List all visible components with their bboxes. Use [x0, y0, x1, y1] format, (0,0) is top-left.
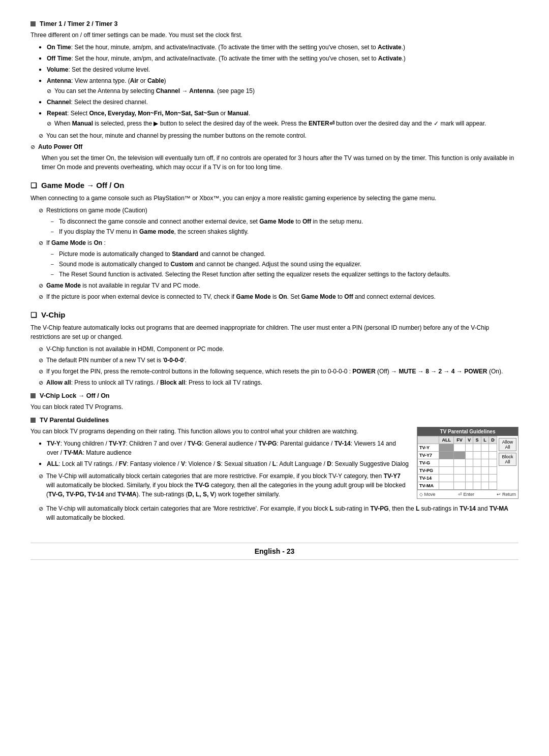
game-on-dash-2: Sound mode is automatically changed to C…: [51, 260, 518, 269]
timer-heading: Timer 1 / Timer 2 / Timer 3: [30, 20, 518, 27]
tvma-s: [473, 482, 481, 490]
tv-table-with-buttons: ALL FV V S L D TV-Y: [417, 436, 518, 490]
tv14-label: TV-14: [418, 475, 439, 482]
note-icon-4: ⊘: [30, 143, 35, 151]
note-icon-13: ⊘: [39, 472, 43, 481]
off-time-bullet: Off Time: Set the hour, minute, am/pm, a…: [39, 54, 518, 63]
tvpg-s: [473, 467, 481, 475]
channel-bullet: Channel: Select the desired channel.: [39, 98, 518, 107]
auto-power-note: ⊘ Auto Power Off: [30, 142, 518, 151]
auto-power-text: When you set the timer On, the televisio…: [30, 153, 518, 172]
note-icon-3: ⊘: [39, 132, 43, 140]
number-note: ⊘ You can set the hour, minute and chann…: [30, 131, 518, 140]
tvy-all: [439, 444, 454, 452]
tvy-fv: [454, 444, 465, 452]
game-on-note: ⊘ If Game Mode is On :: [30, 238, 518, 247]
tv-ratings-bullet: TV-Y: Young children / TV-Y7: Children 7…: [39, 439, 409, 457]
tvy7-label: TV-Y7: [418, 452, 439, 459]
page-footer: English - 23: [30, 543, 518, 560]
page-content: Timer 1 / Timer 2 / Timer 3 Three differ…: [30, 20, 518, 560]
picture-note: ⊘ If the picture is poor when external d…: [30, 292, 518, 301]
tv14-d: [489, 475, 497, 482]
table-row: TV-Y: [418, 444, 497, 452]
tvy-l: [481, 444, 489, 452]
tvma-all: [439, 482, 454, 490]
col-l: L: [481, 436, 489, 444]
tvma-v: [465, 482, 473, 490]
caution-dash-1: To disconnect the game console and conne…: [51, 217, 518, 226]
footer-return: ↩ Return: [497, 492, 516, 497]
allow-all-button[interactable]: Allow All: [499, 438, 516, 451]
note-icon-8: ⊘: [39, 293, 43, 301]
tvg-v: [465, 459, 473, 467]
tvpg-label: TV-PG: [418, 467, 439, 475]
game-on-dash-1: Picture mode is automatically changed to…: [51, 249, 518, 259]
allow-block-buttons: Allow All Block All: [497, 436, 518, 490]
vchip-note-3: ⊘ If you forget the PIN, press the remot…: [30, 367, 518, 376]
tvy-v: [465, 444, 473, 452]
tv-parental-heading: TV Parental Guidelines: [30, 417, 518, 424]
tv-parental-bullets: TV-Y: Young children / TV-Y7: Children 7…: [30, 439, 409, 468]
vchip-section: V-Chip The V-Chip feature automatically …: [30, 310, 518, 522]
vchip-intro: The V-Chip feature automatically locks o…: [30, 323, 518, 341]
col-empty: [418, 436, 439, 444]
col-s: S: [473, 436, 481, 444]
tvma-fv: [454, 482, 465, 490]
tvma-l: [481, 482, 489, 490]
note-icon-7: ⊘: [39, 281, 43, 290]
tvy7-fv: [454, 452, 465, 459]
vchip-lock-text: You can block rated TV Programs.: [30, 402, 518, 412]
tvma-label: TV-MA: [418, 482, 439, 490]
tvg-l: [481, 459, 489, 467]
tv14-fv: [454, 475, 465, 482]
tv-parental-text-col: You can block TV programs depending on t…: [30, 427, 409, 501]
note-icon-6: ⊘: [39, 239, 43, 247]
table-row: TV-G: [418, 459, 497, 467]
note-icon-14: ⊘: [39, 505, 43, 513]
tv-parental-intro: You can block TV programs depending on t…: [30, 427, 409, 436]
repeat-bullet: Repeat: Select Once, Everyday, Mon~Fri, …: [39, 109, 518, 128]
caution-dash-2: If you display the TV menu in Game mode,…: [51, 227, 518, 236]
footer-more: ◇ Move: [419, 492, 436, 497]
col-v: V: [465, 436, 473, 444]
table-row: TV-PG: [418, 467, 497, 475]
tvpg-all: [439, 467, 454, 475]
vchip-note-4: ⊘ Allow all: Press to unlock all TV rati…: [30, 378, 518, 387]
timer-bullets: On Time: Set the hour, minute, am/pm, an…: [30, 43, 518, 128]
game-on-dash-3: The Reset Sound function is activated. S…: [51, 270, 518, 279]
tvg-all: [439, 459, 454, 467]
tvg-fv: [454, 459, 465, 467]
not-available-note: ⊘ Game Mode is not available in regular …: [30, 281, 518, 290]
note-icon-12: ⊘: [39, 379, 43, 387]
note-icon-9: ⊘: [39, 345, 43, 354]
tvg-d: [489, 459, 497, 467]
col-d: D: [489, 436, 497, 444]
vchip-lock-heading: V-Chip Lock → Off / On: [30, 392, 518, 399]
game-mode-heading: Game Mode → Off / On: [30, 181, 518, 190]
tvpg-d: [489, 467, 497, 475]
note-icon: ⊘: [47, 87, 51, 96]
tvy7-d: [489, 452, 497, 459]
tv14-all: [439, 475, 454, 482]
tv-parental-subsection: TV Parental Guidelines You can block TV …: [30, 417, 518, 522]
tv-table-title: TV Parental Guidelines: [417, 427, 518, 436]
vchip-note-1: ⊘ V-Chip function is not available in HD…: [30, 344, 518, 354]
block-all-button[interactable]: Block All: [499, 453, 516, 466]
game-mode-section: Game Mode → Off / On When connecting to …: [30, 181, 518, 301]
volume-bullet: Volume: Set the desired volume level.: [39, 65, 518, 74]
timer-section: Timer 1 / Timer 2 / Timer 3 Three differ…: [30, 20, 518, 172]
tvy-s: [473, 444, 481, 452]
tvy7-l: [481, 452, 489, 459]
tvg-s: [473, 459, 481, 467]
col-all: ALL: [439, 436, 454, 444]
footer-text: English - 23: [255, 547, 295, 555]
tv-parental-table: TV Parental Guidelines ALL FV V S L: [417, 427, 518, 499]
tvy7-s: [473, 452, 481, 459]
table-row: TV-MA: [418, 482, 497, 490]
game-on-dashes: Picture mode is automatically changed to…: [30, 249, 518, 279]
tv14-v: [465, 475, 473, 482]
col-fv: FV: [454, 436, 465, 444]
tvpg-l: [481, 467, 489, 475]
timer-intro: Three different on / off timer settings …: [30, 30, 518, 40]
vchip-heading: V-Chip: [30, 310, 518, 319]
